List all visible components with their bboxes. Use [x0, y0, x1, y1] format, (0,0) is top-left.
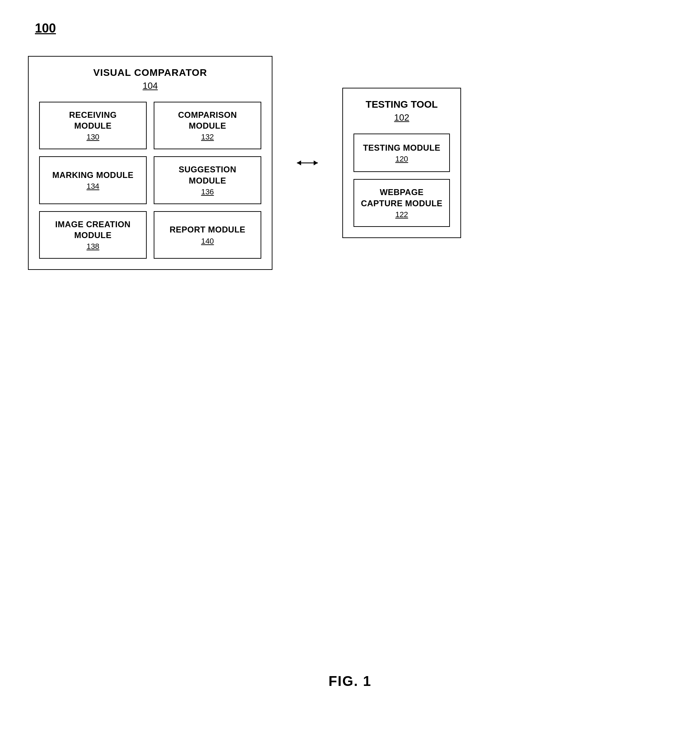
figure-caption: FIG. 1 [328, 673, 371, 689]
image-creation-module-name: IMAGE CREATIONMODULE [55, 219, 130, 241]
receiving-module-name: RECEIVINGMODULE [69, 109, 117, 131]
testing-tool-box: TESTING TOOL 102 TESTING MODULE 120 WEBP… [342, 88, 461, 238]
comparison-module-id: 132 [201, 132, 214, 142]
tt-modules-list: TESTING MODULE 120 WEBPAGECAPTURE MODULE… [353, 134, 450, 226]
page-reference-id: 100 [35, 21, 56, 36]
svg-marker-2 [314, 160, 318, 165]
visual-comparator-title: VISUAL COMPARATOR [39, 67, 261, 78]
diagram-container: VISUAL COMPARATOR 104 RECEIVINGMODULE 13… [28, 56, 461, 270]
report-module-name: REPORT MODULE [170, 224, 245, 235]
visual-comparator-box: VISUAL COMPARATOR 104 RECEIVINGMODULE 13… [28, 56, 272, 270]
report-module-id: 140 [201, 237, 214, 246]
marking-module-box: MARKING MODULE 134 [39, 156, 147, 204]
bidirectional-arrow [293, 158, 321, 168]
report-module-box: REPORT MODULE 140 [154, 211, 261, 259]
suggestion-module-box: SUGGESTIONMODULE 136 [154, 156, 261, 204]
receiving-module-box: RECEIVINGMODULE 130 [39, 102, 147, 149]
webpage-capture-module-box: WEBPAGECAPTURE MODULE 122 [353, 179, 450, 226]
receiving-module-id: 130 [86, 132, 100, 142]
testing-module-name: TESTING MODULE [363, 142, 441, 153]
vc-modules-grid: RECEIVINGMODULE 130 COMPARISONMODULE 132… [39, 102, 261, 259]
suggestion-module-id: 136 [201, 187, 214, 197]
comparison-module-name: COMPARISONMODULE [178, 109, 237, 131]
image-creation-module-box: IMAGE CREATIONMODULE 138 [39, 211, 147, 259]
testing-tool-id: 102 [353, 112, 450, 123]
suggestion-module-name: SUGGESTIONMODULE [179, 164, 236, 186]
webpage-capture-module-name: WEBPAGECAPTURE MODULE [361, 187, 442, 208]
testing-tool-title: TESTING TOOL [353, 99, 450, 110]
marking-module-name: MARKING MODULE [53, 170, 133, 181]
comparison-module-box: COMPARISONMODULE 132 [154, 102, 261, 149]
testing-module-box: TESTING MODULE 120 [353, 134, 450, 172]
svg-marker-1 [297, 160, 301, 165]
image-creation-module-id: 138 [86, 242, 100, 251]
marking-module-id: 134 [86, 182, 100, 191]
arrow-svg [293, 158, 321, 168]
webpage-capture-module-id: 122 [395, 210, 409, 219]
testing-module-id: 120 [395, 154, 409, 164]
visual-comparator-id: 104 [39, 81, 261, 91]
